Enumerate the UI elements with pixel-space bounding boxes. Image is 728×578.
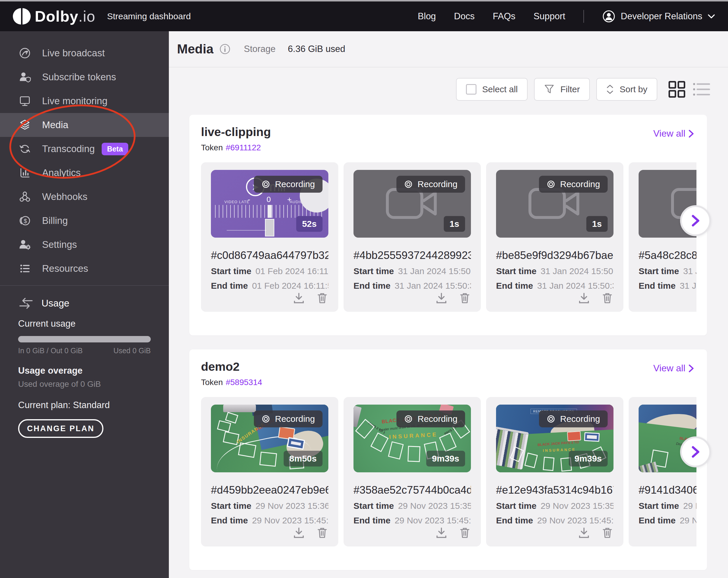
- sidebar-item-analytics[interactable]: Analytics: [0, 161, 169, 185]
- filter-button[interactable]: Filter: [534, 78, 590, 101]
- nav-divider: [583, 10, 584, 23]
- sidebar-item-resources[interactable]: Resources: [0, 256, 169, 280]
- recording-thumbnail[interactable]: ➤ mil -0+ VIDEO LATE AUDIO LATE: [211, 170, 328, 238]
- recording-thumbnail[interactable]: INSURANCE PAYS 3 TO Recording 8m50s: [211, 405, 328, 472]
- delete-icon[interactable]: [458, 291, 471, 305]
- usage-used: Used 0 GiB: [113, 347, 151, 355]
- sidebar-item-settings[interactable]: Settings: [0, 233, 169, 256]
- recording-id[interactable]: #e12e943fa5314c94b167bd...: [496, 484, 614, 496]
- select-all-checkbox[interactable]: [466, 84, 476, 94]
- download-icon[interactable]: [292, 291, 306, 305]
- grid-view-icon[interactable]: [668, 80, 686, 99]
- view-all-label: View all: [653, 363, 685, 374]
- record-icon: [547, 415, 555, 423]
- sidebar-item-media[interactable]: Media: [0, 113, 169, 137]
- sync-slider: [265, 219, 274, 237]
- top-nav: Blog Docs FAQs Support Developer Relatio…: [418, 10, 715, 23]
- select-all-button[interactable]: Select all: [456, 78, 528, 101]
- sidebar-item-subscribe-tokens[interactable]: Subscribe tokens: [0, 65, 169, 89]
- recording-id[interactable]: #4bb25559372442899232d...: [354, 249, 471, 262]
- delete-icon[interactable]: [601, 526, 614, 540]
- media-card[interactable]: BLACK Dealer mu #9141d340670 Start time2…: [629, 397, 697, 547]
- recording-badge: Recording: [254, 176, 322, 193]
- media-card[interactable]: #5a48c28c8368 Start time31 Jan 2 End tim…: [629, 162, 697, 312]
- recording-id[interactable]: #d459bb2eea0247eb9e613a...: [211, 484, 328, 496]
- nav-link-blog[interactable]: Blog: [418, 11, 436, 22]
- delete-icon[interactable]: [601, 291, 614, 305]
- dolby-logo[interactable]: Dolby.io: [13, 7, 95, 25]
- sort-icon: [606, 84, 614, 94]
- recording-id[interactable]: #5a48c28c8368: [639, 249, 697, 262]
- record-icon: [404, 415, 413, 423]
- monitor-icon: [18, 94, 31, 108]
- carousel-next-button[interactable]: [680, 205, 711, 236]
- recording-thumbnail[interactable]: Recording 1s: [354, 170, 471, 238]
- main-content: Media Storage 6.36 GiB used Select all F…: [169, 31, 728, 578]
- media-card[interactable]: Recording 1s #be85e9f9d3294b67bae445... …: [486, 162, 623, 312]
- download-icon[interactable]: [577, 526, 591, 540]
- media-card[interactable]: ➤ mil -0+ VIDEO LATE AUDIO LATE: [201, 162, 338, 312]
- delete-icon[interactable]: [458, 526, 471, 540]
- account-menu[interactable]: Developer Relations: [602, 10, 715, 23]
- current-plan: Current plan: Standard: [18, 400, 151, 410]
- app-window: Dolby.io Streaming dashboard Blog Docs F…: [0, 0, 728, 578]
- delete-icon[interactable]: [315, 291, 329, 305]
- recording-thumbnail[interactable]: BLACK JACK PAYS 3 TO Dealer must draw to…: [354, 405, 471, 472]
- nav-link-docs[interactable]: Docs: [454, 11, 475, 22]
- media-layers-icon: [18, 118, 31, 132]
- download-icon[interactable]: [577, 291, 591, 305]
- end-time-value: 29 Nov 2023 15:45:31: [537, 516, 614, 525]
- change-plan-button[interactable]: CHANGE PLAN: [18, 419, 103, 438]
- record-icon: [547, 180, 555, 189]
- sidebar-item-transcoding[interactable]: Transcoding Beta: [0, 137, 169, 161]
- token-label: Token: [201, 378, 223, 387]
- filter-funnel-icon: [544, 84, 554, 94]
- duration-badge: 9m39s: [426, 451, 465, 467]
- current-usage-label: Current usage: [18, 319, 151, 329]
- download-icon[interactable]: [435, 526, 448, 540]
- nav-link-support[interactable]: Support: [534, 11, 565, 22]
- media-card[interactable]: INSURANCE PAYS 3 TO Recording 8m50s #d45…: [201, 397, 338, 547]
- media-card[interactable]: BLACK JACK PAYS 3 TO Dealer must draw to…: [343, 397, 481, 547]
- chevron-down-icon: [707, 14, 715, 19]
- media-card[interactable]: REMOTE PRODUCTION BLACK JACK PAYS 3 TO I…: [486, 397, 623, 547]
- recording-thumbnail[interactable]: Recording 1s: [496, 170, 614, 238]
- token-link[interactable]: #6911122: [226, 143, 261, 152]
- recording-id[interactable]: #358ae52c75744b0ca4d4ec...: [354, 484, 471, 496]
- delete-icon[interactable]: [315, 526, 329, 540]
- usage-overage-text: Used overage of 0 GiB: [18, 380, 151, 389]
- recording-id[interactable]: #c0d86749aa644797b3296b...: [211, 249, 328, 262]
- duration-badge: 1s: [444, 216, 465, 232]
- sidebar-item-webhooks[interactable]: Webhooks: [0, 185, 169, 209]
- sidebar-item-billing[interactable]: $ Billing: [0, 209, 169, 233]
- recording-id[interactable]: #9141d340670: [639, 484, 697, 496]
- sidebar-item-live-monitoring[interactable]: Live monitoring: [0, 89, 169, 113]
- usage-overage-title: Usage overage: [18, 365, 151, 376]
- end-time-label: End time: [354, 516, 391, 525]
- sidebar-item-label: Media: [42, 119, 68, 131]
- token-link[interactable]: #5895314: [226, 378, 262, 387]
- end-time-value: 29 Nov 2: [680, 516, 697, 525]
- view-all-link[interactable]: View all: [653, 363, 694, 374]
- sync-center-marker: [267, 205, 272, 218]
- recording-id[interactable]: #be85e9f9d3294b67bae445...: [496, 249, 614, 262]
- sidebar-item-live-broadcast[interactable]: Live broadcast: [0, 41, 169, 65]
- recording-thumbnail[interactable]: REMOTE PRODUCTION BLACK JACK PAYS 3 TO I…: [496, 405, 614, 472]
- view-all-link[interactable]: View all: [653, 128, 694, 139]
- end-time-value: 29 Nov 2023 15:45:39: [395, 516, 471, 525]
- sidebar-item-label: Settings: [42, 239, 77, 250]
- sidebar-item-label: Live monitoring: [42, 95, 107, 107]
- sort-by-button[interactable]: Sort by: [596, 78, 657, 101]
- download-icon[interactable]: [292, 526, 306, 540]
- list-view-icon[interactable]: [692, 81, 710, 97]
- info-icon[interactable]: [219, 44, 231, 55]
- account-name: Developer Relations: [621, 11, 702, 22]
- start-time-value: 01 Feb 2024 16:11:05: [255, 266, 328, 276]
- token-row: Token#6911122: [201, 143, 271, 153]
- download-icon[interactable]: [435, 291, 448, 305]
- media-card[interactable]: Recording 1s #4bb25559372442899232d... S…: [343, 162, 481, 312]
- carousel-next-button[interactable]: [680, 436, 711, 467]
- nav-link-faqs[interactable]: FAQs: [493, 11, 516, 22]
- duration-badge: 52s: [296, 216, 322, 232]
- start-time-label: Start time: [639, 266, 679, 276]
